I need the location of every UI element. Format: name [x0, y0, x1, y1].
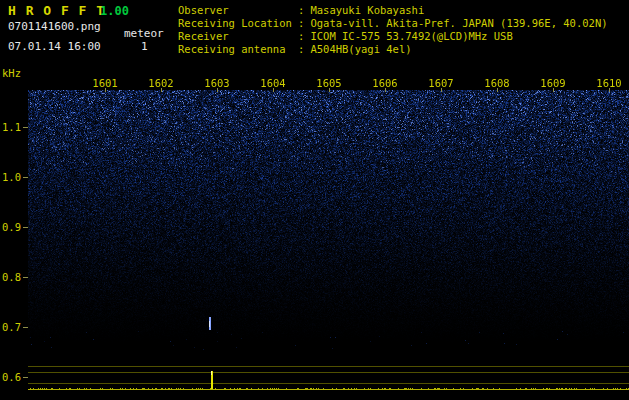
- y-axis-tick-label: 0.6: [0, 371, 21, 383]
- hrofft-output: H R O F F T 1.00 0701141600.png meteor 0…: [0, 0, 629, 400]
- x-axis-tick-mark: [217, 88, 218, 92]
- x-axis-tick-mark: [385, 88, 386, 92]
- y-axis-tick-label: 0.9: [0, 221, 21, 233]
- x-axis-tick-mark: [609, 88, 610, 92]
- x-axis-tick-mark: [105, 88, 106, 92]
- y-axis-tick-label: 1.0: [0, 171, 21, 183]
- y-axis-unit: kHz: [2, 67, 21, 79]
- y-axis-tick-mark: [23, 327, 28, 328]
- y-axis-tick-label: 0.8: [0, 271, 21, 283]
- spectrogram-plot: kHz 160116021603160416051606160716081609…: [0, 0, 629, 400]
- y-axis-tick-mark: [23, 277, 28, 278]
- x-axis-tick-mark: [329, 88, 330, 92]
- y-axis-tick-mark: [23, 377, 28, 378]
- x-axis-tick-mark: [553, 88, 554, 92]
- x-axis-tick-mark: [441, 88, 442, 92]
- y-axis-tick-label: 1.1: [0, 121, 21, 133]
- x-axis-tick-mark: [161, 88, 162, 92]
- y-axis-tick-mark: [23, 177, 28, 178]
- x-axis-tick-mark: [497, 88, 498, 92]
- y-axis-tick-mark: [23, 127, 28, 128]
- x-axis-tick-mark: [273, 88, 274, 92]
- y-axis-tick-mark: [23, 227, 28, 228]
- y-axis-tick-label: 0.7: [0, 321, 21, 333]
- spectrogram-canvas: [28, 90, 629, 400]
